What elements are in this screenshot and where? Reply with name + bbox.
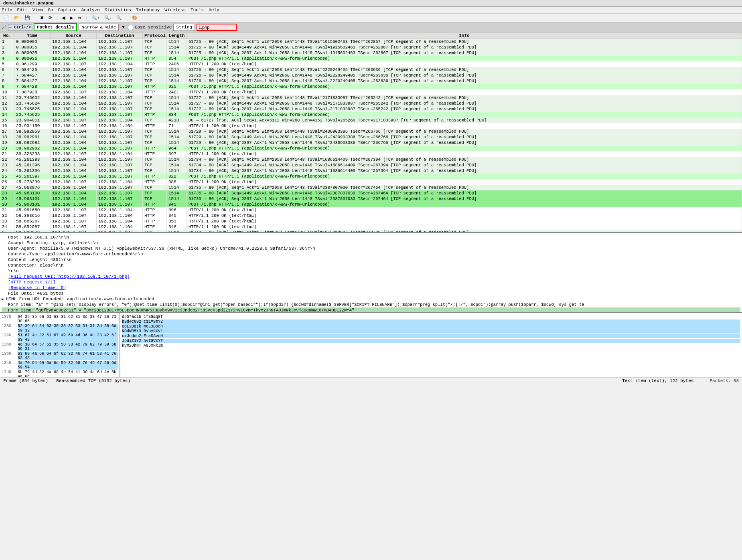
table-row[interactable]: 20 38.982982 192.168.1.104 192.168.1.107…: [0, 146, 742, 151]
cell-protocol: HTTP: [143, 123, 167, 129]
open-btn[interactable]: 📂: [12, 14, 22, 21]
cell-no: 7: [0, 73, 14, 78]
menu-view[interactable]: View: [32, 8, 43, 12]
table-row[interactable]: 17 38.982959 192.168.1.104 192.168.1.107…: [0, 129, 742, 134]
forward-btn[interactable]: ▶: [68, 14, 75, 21]
cell-source: 192.168.1.104: [51, 50, 97, 56]
table-row[interactable]: 26 45.278239 192.168.1.107 192.168.1.104…: [0, 179, 742, 185]
cell-no: 6: [0, 67, 14, 73]
cell-source: 192.168.1.104: [51, 190, 97, 196]
table-row[interactable]: 29 45.963101 192.168.1.104 192.168.1.107…: [0, 196, 742, 202]
table-row[interactable]: 15 23.904011 192.168.1.107 192.168.1.104…: [0, 117, 742, 123]
cell-source: 192.168.1.104: [51, 101, 97, 106]
table-row[interactable]: 32 58.393616 192.168.1.107 192.168.1.104…: [0, 213, 742, 218]
ascii-row: QgL2QgIk M6L3Boch: [122, 324, 740, 329]
detail-formitem-a[interactable]: Form item: "a" = "@ini_set("display_erro…: [2, 302, 740, 307]
cell-time: 23.745625: [14, 112, 51, 117]
table-row[interactable]: 3 0.000035 192.168.1.104 192.168.1.107 T…: [0, 50, 742, 56]
goto-btn[interactable]: ⇒: [76, 14, 83, 21]
cell-info: 61726 → 80 [ACK] Seq=1449 Ack=1 Win=2058…: [187, 73, 742, 78]
table-row[interactable]: 16 23.904150 192.168.1.107 192.168.1.104…: [0, 123, 742, 129]
table-row[interactable]: 35 98.322278 192.168.1.104 192.168.1.107…: [0, 230, 742, 233]
detail-formitem-q8fb[interactable]: Form item: "q8fb9d4c082c11" = "8mY2QgL2Q…: [2, 307, 740, 313]
search-input[interactable]: [197, 24, 237, 31]
case-sensitive-label: Case sensitive: [135, 25, 172, 30]
cell-length: 1514: [167, 129, 187, 134]
save-btn[interactable]: 💾: [22, 14, 32, 21]
reload-btn[interactable]: ⟳: [47, 14, 54, 21]
apply-filter-label[interactable]: ✏ Ctrl+/>: [8, 24, 32, 30]
new-btn[interactable]: 📄: [2, 14, 11, 21]
menu-tools[interactable]: Tools: [191, 8, 204, 12]
detail-crlf[interactable]: \r\n: [2, 268, 740, 274]
detail-httpreq[interactable]: [HTTP request 1/1]: [2, 279, 740, 285]
back-btn[interactable]: ◀: [60, 14, 67, 21]
cell-info: 61743 → 80 [ACK] Seq=1 Ack=1 Win=2058 Le…: [187, 230, 742, 233]
table-row[interactable]: 23 45.261396 192.168.1.104 192.168.1.107…: [0, 162, 742, 168]
detail-htmlform[interactable]: HTML Form URL Encoded: application/x-www…: [2, 296, 740, 302]
table-row[interactable]: 24 45.261396 192.168.1.104 192.168.1.107…: [0, 168, 742, 174]
table-row[interactable]: 10 7.887928 192.168.1.107 192.168.1.104 …: [0, 89, 742, 95]
cell-no: 23: [0, 162, 14, 168]
menu-help[interactable]: Help: [209, 8, 219, 12]
table-row[interactable]: 8 7.684427 192.168.1.104 192.168.1.107 T…: [0, 78, 742, 84]
colorize-btn[interactable]: 🎨: [130, 14, 140, 21]
table-row[interactable]: 21 39.326233 192.168.1.107 192.168.1.104…: [0, 151, 742, 157]
cell-protocol: HTTP: [143, 207, 167, 213]
table-row[interactable]: 1 0.000000 192.168.1.104 192.168.1.107 T…: [0, 39, 742, 45]
zoomreset-btn[interactable]: 🔍: [114, 14, 124, 21]
detail-connection[interactable]: Connection: close\r\n: [2, 263, 740, 268]
menu-analyze[interactable]: Analyze: [81, 8, 100, 12]
table-row[interactable]: 34 58.852087 192.168.1.107 192.168.1.104…: [0, 224, 742, 230]
table-row[interactable]: 22 45.261383 192.168.1.104 192.168.1.107…: [0, 157, 742, 162]
menu-wireless[interactable]: Wireless: [164, 8, 186, 12]
cell-time: 45.261396: [14, 162, 51, 168]
table-row[interactable]: 28 45.963100 192.168.1.104 192.168.1.107…: [0, 190, 742, 196]
http-request-link[interactable]: [HTTP request 1/1]: [8, 280, 56, 285]
table-row[interactable]: 12 23.745624 192.168.1.104 192.168.1.107…: [0, 101, 742, 106]
cell-no: 31: [0, 207, 14, 213]
full-uri-link[interactable]: [Full request URI: http://192.168.1.107/…: [8, 274, 130, 279]
detail-host[interactable]: Host: 192.168.1.107\r\n: [2, 235, 740, 240]
narrow-wide-select[interactable]: Narrow & Wide: [79, 24, 119, 31]
detail-fulluri[interactable]: [Full request URI: http://192.168.1.107/…: [2, 274, 740, 279]
menu-telephony[interactable]: Telephony: [136, 8, 160, 12]
menu-statistics[interactable]: Statistics: [105, 8, 131, 12]
table-row[interactable]: 7 7.684427 192.168.1.104 192.168.1.107 T…: [0, 73, 742, 78]
table-row[interactable]: 27 45.963076 192.168.1.104 192.168.1.107…: [0, 185, 742, 190]
menu-capture[interactable]: Capture: [58, 8, 76, 12]
table-row[interactable]: 5 0.061299 192.168.1.107 192.168.1.104 H…: [0, 61, 742, 67]
table-row[interactable]: 18 38.982981 192.168.1.104 192.168.1.107…: [0, 134, 742, 140]
table-row[interactable]: 11 23.745602 192.168.1.104 192.168.1.107…: [0, 95, 742, 101]
zoomin-btn[interactable]: 🔍+: [89, 14, 101, 21]
table-row[interactable]: 25 45.261397 192.168.1.104 192.168.1.107…: [0, 174, 742, 179]
table-row[interactable]: 9 7.684428 192.168.1.104 192.168.1.107 H…: [0, 84, 742, 89]
table-row[interactable]: 33 58.666267 192.168.1.107 192.168.1.104…: [0, 218, 742, 224]
menu-file[interactable]: File: [2, 8, 12, 12]
table-row[interactable]: 19 38.982982 192.168.1.104 192.168.1.107…: [0, 140, 742, 146]
table-row[interactable]: 6 7.684425 192.168.1.104 192.168.1.107 T…: [0, 67, 742, 73]
table-row[interactable]: 31 45.981650 192.168.1.107 192.168.1.104…: [0, 207, 742, 213]
hex-addr: 13c0: [2, 361, 16, 370]
menu-edit[interactable]: Edit: [17, 8, 27, 12]
table-row[interactable]: 2 0.000035 192.168.1.104 192.168.1.107 T…: [0, 44, 742, 50]
close-btn[interactable]: ✖: [38, 14, 46, 21]
table-row[interactable]: 13 23.745625 192.168.1.104 192.168.1.107…: [0, 106, 742, 112]
detail-encoding[interactable]: Accept-Encoding: gzip, deflate\r\n: [2, 240, 740, 246]
detail-response[interactable]: [Response in frame: 5]: [2, 285, 740, 291]
zoomout-btn[interactable]: 🔍-: [102, 14, 114, 21]
detail-contentlength[interactable]: Content-Length: 4851\r\n: [2, 257, 740, 263]
detail-contenttype[interactable]: Content-Type: application/x-www-form-url…: [2, 251, 740, 257]
response-link[interactable]: [Response in frame: 5]: [8, 285, 66, 290]
cell-source: 192.168.1.107: [51, 213, 97, 218]
cell-time: 7.684427: [14, 78, 51, 84]
case-sensitive-checkbox[interactable]: [128, 25, 133, 30]
table-row[interactable]: 14 23.745625 192.168.1.104 192.168.1.107…: [0, 112, 742, 117]
detail-useragent[interactable]: User-Agent: Mozilla/5.0 (Windows NT 6.1)…: [2, 246, 740, 251]
menu-go[interactable]: Go: [48, 8, 53, 12]
cell-time: 23.904011: [14, 117, 51, 123]
table-row[interactable]: 30 45.963101 192.168.1.104 192.168.1.107…: [0, 202, 742, 207]
packet-list[interactable]: No. Time Source Destination Protocol Len…: [0, 32, 742, 233]
packet-details-label[interactable]: Packet details: [34, 23, 77, 31]
table-row[interactable]: 4 0.000036 192.168.1.104 192.168.1.107 H…: [0, 56, 742, 61]
